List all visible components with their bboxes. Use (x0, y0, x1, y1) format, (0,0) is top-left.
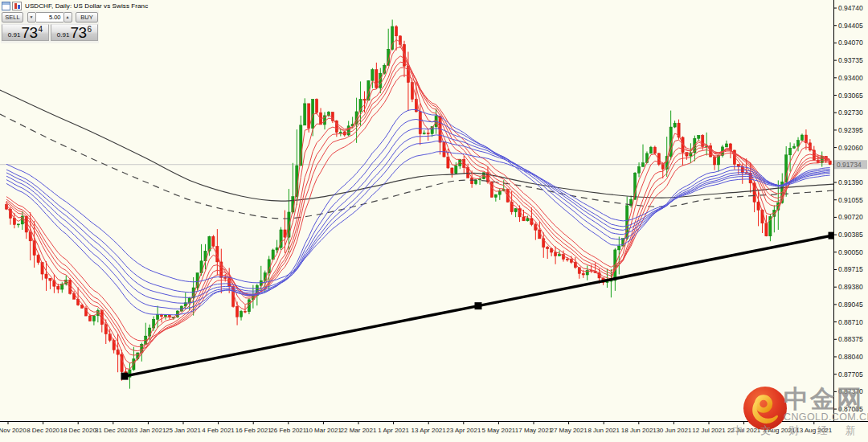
price-chart[interactable]: 0.947400.944050.940700.937350.934000.930… (0, 0, 868, 442)
lot-increase-icon[interactable]: ▲ (63, 12, 72, 23)
chart-title: USDCHF, Daily: US Dollar vs Swiss Franc (2, 1, 148, 10)
sell-price-prefix: 0.91 (8, 31, 21, 39)
sell-price-big: 73 (21, 26, 37, 40)
one-click-trading-panel: SELL ▼ ▲ BUY 0.91734 0.91736 (1, 10, 99, 43)
lot-size-input[interactable] (36, 12, 63, 23)
time-axis[interactable] (0, 421, 833, 442)
buy-price-sup: 6 (88, 25, 92, 34)
lot-size-stepper: ▼ ▲ (27, 12, 72, 23)
symbol-title: USDCHF, Daily: US Dollar vs Swiss Franc (25, 2, 148, 10)
chart-window-icon (2, 2, 10, 10)
buy-price-button[interactable]: 0.91736 (51, 24, 98, 41)
buy-button[interactable]: BUY (76, 12, 98, 23)
sell-price-button[interactable]: 0.91734 (2, 24, 49, 41)
sell-price-sup: 4 (39, 25, 43, 34)
buy-price-prefix: 0.91 (57, 31, 70, 39)
buy-price-big: 73 (70, 26, 86, 40)
price-axis[interactable] (833, 0, 868, 421)
sell-button[interactable]: SELL (2, 12, 23, 23)
bar-chart-icon (12, 2, 22, 10)
mt4-chart-window: 0.947400.944050.940700.937350.934000.930… (0, 0, 868, 442)
lot-decrease-icon[interactable]: ▼ (27, 12, 36, 23)
